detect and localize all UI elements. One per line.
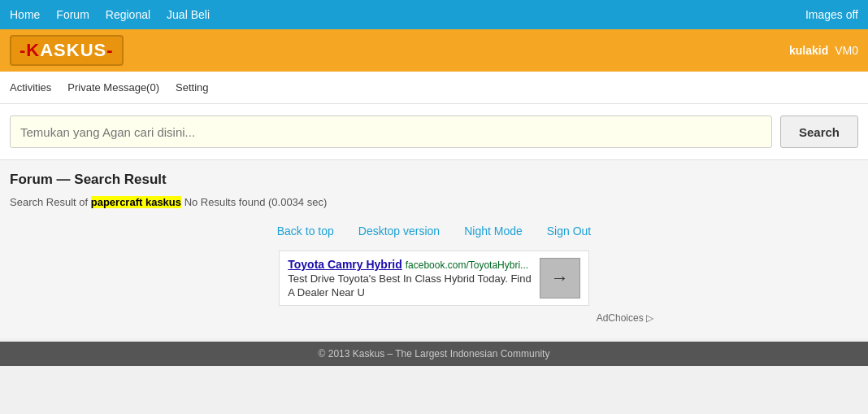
search-input[interactable]: [10, 115, 772, 148]
search-keyword: papercraft kaskus: [91, 196, 181, 208]
ad-text: Toyota Camry Hybrid facebook.com/ToyotaH…: [288, 258, 531, 299]
top-nav-left: Home Forum Regional Jual Beli: [10, 0, 210, 29]
logo-right-area: kulakid VM0: [789, 44, 858, 57]
nav-jualbeli[interactable]: Jual Beli: [167, 0, 210, 29]
ad-arrow-button[interactable]: →: [540, 258, 580, 299]
link-sign-out[interactable]: Sign Out: [547, 224, 591, 238]
logo-bar: -KASKUS- kulakid VM0: [0, 29, 868, 72]
images-off-label[interactable]: Images off: [805, 8, 858, 21]
nav-forum[interactable]: Forum: [56, 0, 89, 29]
ad-block: Toyota Camry Hybrid facebook.com/ToyotaH…: [10, 251, 858, 306]
content-area: Forum — Search Result Search Result of p…: [0, 160, 868, 338]
search-result-line: Search Result of papercraft kaskus No Re…: [10, 196, 858, 208]
ad-desc-line2: A Dealer Near U: [288, 286, 531, 299]
result-count: No Results found (0.0034 sec): [184, 196, 328, 208]
site-logo[interactable]: -KASKUS-: [10, 35, 124, 66]
footer-links: Back to top Desktop version Night Mode S…: [10, 224, 858, 238]
link-back-to-top[interactable]: Back to top: [277, 224, 334, 238]
search-button[interactable]: Search: [780, 115, 858, 148]
nav-activities[interactable]: Activities: [10, 72, 51, 104]
nav-home[interactable]: Home: [10, 0, 40, 29]
ad-inner: Toyota Camry Hybrid facebook.com/ToyotaH…: [279, 251, 588, 306]
user-nav: Activities Private Message(0) Setting: [0, 72, 868, 104]
link-night-mode[interactable]: Night Mode: [464, 224, 523, 238]
footer-text: © 2013 Kaskus – The Largest Indonesian C…: [319, 348, 550, 360]
nav-setting[interactable]: Setting: [176, 72, 208, 104]
vm-label[interactable]: VM0: [835, 44, 858, 57]
ad-title[interactable]: Toyota Camry Hybrid facebook.com/ToyotaH…: [288, 258, 531, 271]
username-label[interactable]: kulakid: [789, 44, 828, 57]
search-area: Search: [0, 104, 868, 160]
link-desktop-version[interactable]: Desktop version: [358, 224, 440, 238]
forum-title: Forum — Search Result: [10, 172, 858, 188]
page-footer: © 2013 Kaskus – The Largest Indonesian C…: [0, 342, 868, 366]
ad-choices[interactable]: AdChoices ▷: [215, 312, 653, 324]
result-prefix: Search Result of: [10, 196, 88, 208]
ad-url: facebook.com/ToyotaHybri...: [406, 259, 528, 271]
nav-regional[interactable]: Regional: [106, 0, 150, 29]
top-nav: Home Forum Regional Jual Beli Images off: [0, 0, 868, 29]
ad-desc-line1: Test Drive Toyota's Best In Class Hybrid…: [288, 272, 531, 285]
nav-privmsg[interactable]: Private Message(0): [67, 72, 159, 104]
